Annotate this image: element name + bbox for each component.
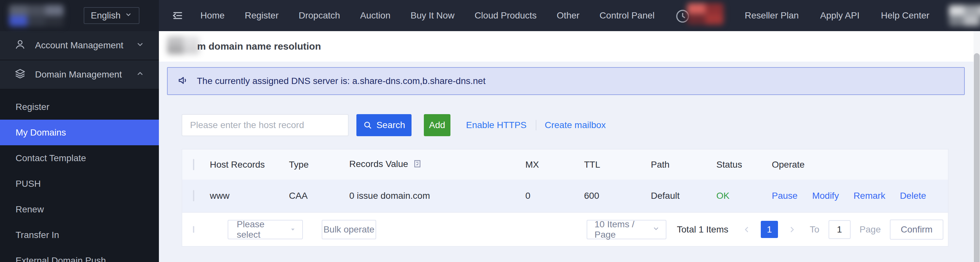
vertical-scrollbar [974, 31, 980, 262]
nav-item-control-panel[interactable]: Control Panel [600, 10, 655, 21]
page-number-active[interactable]: 1 [761, 221, 778, 238]
prev-page-icon[interactable] [742, 225, 752, 235]
toolbar: Search Add Enable HTTPS Create mailbox [181, 114, 980, 136]
main-content: m domain name resolution The currently a… [159, 31, 980, 262]
nav-item-register[interactable]: Register [245, 10, 278, 21]
col-header-operate: Operate [772, 160, 948, 170]
search-button-label: Search [377, 120, 406, 130]
title-bar: m domain name resolution [159, 31, 980, 62]
sidebar-item-register[interactable]: Register [0, 94, 159, 120]
nav-item-apply-api[interactable]: Apply API [820, 10, 859, 21]
col-header-type: Type [289, 160, 349, 170]
total-items-label: Total 1 Items [677, 224, 729, 235]
cell-mx: 0 [525, 191, 584, 201]
host-record-search-input[interactable] [181, 114, 348, 136]
link-divider [536, 120, 536, 130]
sidebar-item-my-domains[interactable]: My Domains [0, 120, 159, 145]
bulk-action-placeholder: Please select [237, 219, 290, 240]
nav-item-cloud-products[interactable]: Cloud Products [474, 10, 536, 21]
sidebar-submenu: Register My Domains Contact Template PUS… [0, 89, 159, 262]
chevron-down-icon [135, 40, 145, 51]
goto-to-label: To [810, 224, 819, 235]
cell-path: Default [651, 191, 716, 201]
top-nav: English Home Register Dropcatch Auction … [0, 0, 980, 31]
domain-name-blurred [167, 37, 199, 54]
nav-item-home[interactable]: Home [200, 10, 225, 21]
user-icon [14, 38, 26, 52]
add-button[interactable]: Add [424, 114, 450, 136]
dns-banner: The currently assigned DNS server is: a.… [167, 67, 965, 95]
scrollbar-thumb[interactable] [974, 53, 980, 262]
footer-select-all-checkbox[interactable] [193, 226, 194, 233]
nav-item-dropcatch[interactable]: Dropcatch [299, 10, 340, 21]
nav-item-buy-it-now[interactable]: Buy It Now [410, 10, 454, 21]
cell-records-value: 0 issue domain.com [349, 191, 525, 201]
records-value-icon[interactable] [413, 160, 422, 170]
promo-area [675, 3, 724, 29]
sidebar-group-domain-management[interactable]: Domain Management [0, 60, 159, 89]
enable-https-link[interactable]: Enable HTTPS [466, 120, 527, 130]
nav-item-help-center[interactable]: Help Center [881, 10, 929, 21]
search-icon [363, 120, 372, 130]
top-nav-main: Home Register Dropcatch Auction Buy It N… [159, 3, 980, 29]
cell-type: CAA [289, 191, 349, 201]
language-label: English [91, 10, 121, 21]
table-row: www CAA 0 issue domain.com 0 600 Default… [182, 179, 948, 212]
dns-banner-text: The currently assigned DNS server is: a.… [197, 76, 485, 86]
goto-page-label: Page [860, 224, 881, 235]
records-table: Host Records Type Records Value MX TTL P… [181, 149, 948, 247]
layers-icon [14, 68, 26, 82]
col-header-status: Status [716, 160, 772, 170]
col-header-mx: MX [525, 160, 584, 170]
page-title: m domain name resolution [197, 31, 321, 62]
col-header-path: Path [651, 160, 716, 170]
top-nav-left: English [0, 0, 159, 31]
col-header-host-records: Host Records [210, 160, 289, 170]
page-size-select[interactable]: 10 Items / Page [587, 220, 667, 239]
nav-item-auction[interactable]: Auction [360, 10, 390, 21]
goto-page-input[interactable] [829, 220, 851, 239]
sidebar-group-label: Domain Management [35, 69, 135, 80]
screen: English Home Register Dropcatch Auction … [0, 0, 980, 262]
create-mailbox-link[interactable]: Create mailbox [545, 120, 606, 130]
next-page-icon[interactable] [787, 225, 797, 235]
col-header-ttl: TTL [584, 160, 651, 170]
nav-item-other[interactable]: Other [557, 10, 579, 21]
bulk-operate-button[interactable]: Bulk operate [322, 220, 376, 239]
sidebar-item-contact-template[interactable]: Contact Template [0, 145, 159, 171]
sidebar-item-renew[interactable]: Renew [0, 197, 159, 222]
logo-blurred [9, 5, 64, 26]
modify-link[interactable]: Modify [812, 191, 838, 201]
select-all-checkbox[interactable] [193, 159, 194, 170]
cell-ttl: 600 [584, 191, 651, 201]
pagination: 10 Items / Page Total 1 Items 1 To Page … [587, 219, 943, 240]
bulk-action-select[interactable]: Please select [228, 220, 303, 239]
top-nav-right: Reseller Plan Apply API Help Center [724, 5, 980, 26]
speaker-icon [177, 74, 190, 88]
table-footer-row: Please select Bulk operate 10 Items / Pa… [182, 212, 948, 246]
sidebar-item-transfer-in[interactable]: Transfer In [0, 222, 159, 248]
sidebar-item-external-domain-push[interactable]: External Domain Push [0, 248, 159, 262]
collapse-sidebar-icon[interactable] [172, 10, 183, 21]
caret-down-icon [290, 224, 296, 235]
sidebar-item-push[interactable]: PUSH [0, 171, 159, 197]
delete-link[interactable]: Delete [900, 191, 926, 201]
row-checkbox[interactable] [193, 190, 194, 202]
chevron-up-icon [135, 69, 145, 80]
cell-host-record: www [210, 191, 289, 201]
sidebar-group-label: Account Management [35, 40, 135, 51]
avatar-blurred[interactable] [949, 5, 980, 26]
table-header-row: Host Records Type Records Value MX TTL P… [182, 149, 948, 179]
remark-link[interactable]: Remark [854, 191, 885, 201]
pause-link[interactable]: Pause [772, 191, 797, 201]
promo-blurred [687, 3, 724, 25]
language-selector[interactable]: English [84, 7, 140, 24]
sidebar-group-account-management[interactable]: Account Management [0, 31, 159, 60]
page-size-value: 10 Items / Page [594, 219, 652, 240]
nav-item-reseller-plan[interactable]: Reseller Plan [745, 10, 799, 21]
confirm-button[interactable]: Confirm [890, 219, 943, 240]
search-button[interactable]: Search [356, 114, 412, 136]
col-header-records-value: Records Value [349, 159, 525, 171]
status-badge: OK [716, 191, 772, 201]
chevron-down-icon [124, 10, 132, 21]
